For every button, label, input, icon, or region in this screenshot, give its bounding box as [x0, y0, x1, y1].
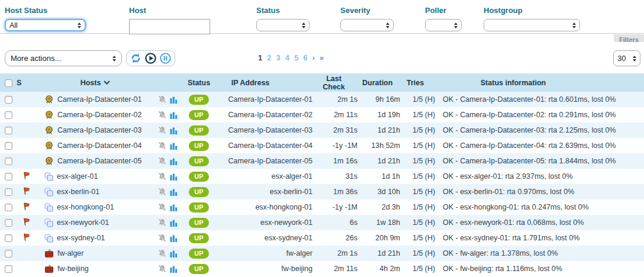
duration-cell: 3d 10h — [362, 184, 405, 199]
row-checkbox[interactable] — [5, 173, 12, 181]
performance-graph-icon[interactable] — [170, 157, 178, 165]
last-check-cell: 6s — [317, 215, 362, 230]
page-size-value: 30 — [617, 54, 626, 63]
page-number-3[interactable]: 3 — [276, 53, 280, 62]
severity-flag-icon — [22, 218, 31, 226]
duration-cell: 4h 2m — [362, 261, 405, 276]
vm-host-icon — [44, 203, 53, 212]
severity-select[interactable] — [340, 19, 394, 31]
performance-graph-icon[interactable] — [170, 265, 178, 273]
table-row: esx-alger-01 UP esx-alger-01 31s 1d — [0, 169, 644, 184]
severity-label: Severity — [340, 6, 394, 15]
filter-host: Host — [129, 6, 210, 34]
host-name[interactable]: Camera-Ip-Datacenter-02 — [57, 111, 141, 119]
row-checkbox[interactable] — [5, 142, 12, 150]
notifications-muted-bell-icon — [157, 95, 167, 104]
row-checkbox[interactable] — [5, 157, 12, 165]
performance-graph-icon[interactable] — [170, 111, 178, 119]
column-header-tries[interactable]: Tries — [405, 73, 442, 92]
row-checkbox[interactable] — [5, 96, 12, 104]
host-name[interactable]: esx-sydney-01 — [57, 234, 105, 242]
refresh-icon[interactable] — [129, 51, 143, 65]
host-name[interactable]: Camera-Ip-Datacenter-03 — [57, 126, 141, 134]
performance-graph-icon[interactable] — [170, 219, 178, 227]
filter-poller: Poller — [425, 6, 462, 31]
tries-cell: 1/5 (H) — [405, 123, 442, 138]
performance-graph-icon[interactable] — [170, 204, 178, 211]
row-checkbox[interactable] — [5, 188, 12, 196]
status-badge: UP — [189, 125, 209, 136]
more-actions-value: More actions... — [11, 54, 61, 63]
page-number-2[interactable]: 2 — [267, 53, 271, 62]
column-header-last-check[interactable]: Last Check — [317, 73, 362, 92]
play-icon[interactable] — [144, 51, 157, 65]
host-input[interactable] — [129, 19, 210, 34]
page-number-6[interactable]: 6 — [303, 53, 307, 62]
host-status-select[interactable]: All — [5, 19, 86, 31]
column-header-status-information[interactable]: Status information — [442, 73, 644, 92]
row-checkbox[interactable] — [5, 219, 12, 227]
pause-icon[interactable] — [159, 51, 172, 65]
status-badge: UP — [189, 233, 209, 243]
column-header-duration[interactable]: Duration — [362, 73, 405, 92]
filter-host-status: Host Status All — [5, 6, 86, 31]
performance-graph-icon[interactable] — [170, 127, 178, 134]
status-information-cell: OK - esx-newyork-01: rta 0.068ms, lost 0… — [442, 215, 644, 230]
host-name[interactable]: esx-hongkong-01 — [57, 203, 114, 211]
duration-cell: 20h 9m — [362, 230, 405, 246]
column-header-status[interactable]: Status — [181, 73, 217, 92]
page-number-4[interactable]: 4 — [285, 53, 289, 62]
table-row: Camera-Ip-Datacenter-03 UP Camera-Ip-Dat… — [0, 123, 644, 138]
ip-address-cell: Camera-Ip-Datacenter-05 — [217, 153, 317, 169]
page-size-select[interactable]: 30 — [613, 50, 640, 66]
severity-flag-icon — [22, 233, 31, 241]
host-name[interactable]: Camera-Ip-Datacenter-05 — [57, 157, 141, 165]
select-all-checkbox[interactable] — [5, 79, 12, 87]
host-name[interactable]: Camera-Ip-Datacenter-01 — [57, 95, 141, 104]
duration-cell: 1d 19h — [362, 107, 405, 123]
column-header-hosts[interactable]: Hosts — [37, 73, 154, 92]
next-page-icon[interactable]: › — [312, 53, 314, 62]
ip-address-cell: esx-newyork-01 — [217, 215, 317, 230]
host-name[interactable]: esx-newyork-01 — [57, 218, 109, 227]
host-name[interactable]: Camera-Ip-Datacenter-04 — [57, 141, 141, 150]
row-checkbox[interactable] — [5, 234, 12, 242]
filter-status: Status — [256, 6, 310, 31]
last-check-cell: 26s — [317, 230, 362, 246]
duration-cell: 1d 21h — [362, 123, 405, 138]
severity-flag-icon — [22, 187, 31, 195]
row-checkbox[interactable] — [5, 127, 12, 134]
page-number-5[interactable]: 5 — [294, 53, 298, 62]
toolbar: More actions... — [0, 42, 644, 73]
more-actions-select[interactable]: More actions... — [5, 50, 122, 66]
host-name[interactable]: fw-alger — [57, 249, 83, 257]
sort-chevron-down-icon — [104, 80, 110, 85]
status-badge: UP — [189, 264, 209, 274]
host-name[interactable]: esx-alger-01 — [57, 172, 98, 181]
performance-graph-icon[interactable] — [170, 188, 178, 196]
host-name[interactable]: esx-berlin-01 — [57, 188, 99, 196]
column-header-severity[interactable]: S — [17, 73, 37, 92]
page-number-1[interactable]: 1 — [258, 53, 262, 62]
table-row: esx-newyork-01 UP esx-newyork-01 6s — [0, 215, 644, 230]
performance-graph-icon[interactable] — [170, 173, 178, 181]
duration-cell: 1d 21h — [362, 153, 405, 169]
host-name[interactable]: fw-beijing — [57, 265, 89, 273]
performance-graph-icon[interactable] — [170, 250, 178, 257]
hostgroup-select[interactable] — [484, 19, 580, 31]
row-checkbox[interactable] — [5, 265, 12, 273]
last-check-cell: -1y -1M — [317, 199, 362, 215]
row-checkbox[interactable] — [5, 111, 12, 119]
performance-graph-icon[interactable] — [170, 234, 178, 242]
row-checkbox[interactable] — [5, 204, 12, 211]
performance-graph-icon[interactable] — [170, 96, 178, 104]
last-check-cell: 2m 31s — [317, 123, 362, 138]
status-select[interactable] — [256, 19, 310, 31]
performance-graph-icon[interactable] — [170, 142, 178, 150]
camera-host-icon — [44, 111, 54, 119]
row-checkbox[interactable] — [5, 250, 12, 257]
column-header-ip[interactable]: IP Address — [217, 73, 317, 92]
poller-select[interactable] — [425, 19, 462, 31]
firewall-host-icon — [44, 249, 54, 257]
last-page-icon[interactable]: » — [320, 53, 324, 62]
